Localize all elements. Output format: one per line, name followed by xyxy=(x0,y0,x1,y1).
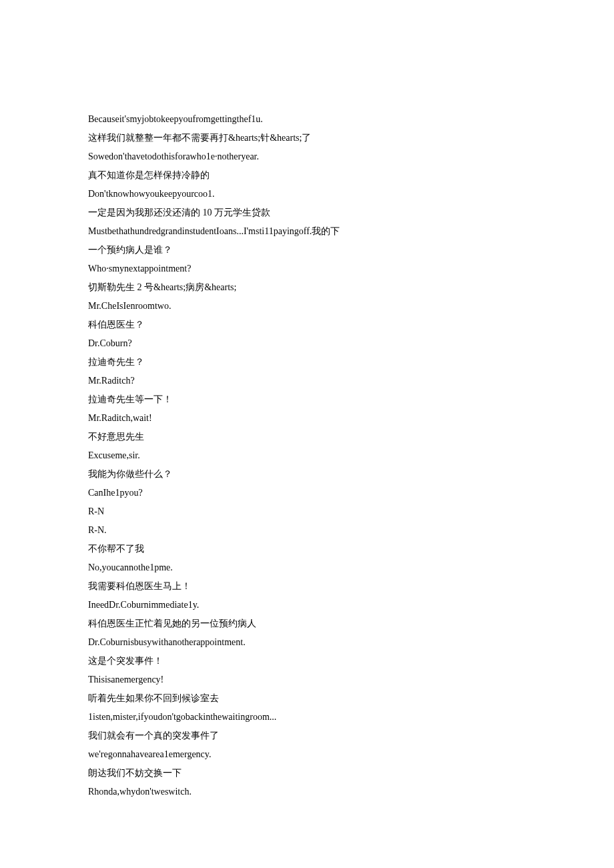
text-line: 不你帮不了我 xyxy=(88,540,614,558)
text-line: 朗达我们不妨交换一下 xyxy=(88,764,614,783)
text-line: Dr.Coburnisbusywithanotherappointment. xyxy=(88,633,614,652)
text-line: Mr.Raditch,wait! xyxy=(88,409,614,428)
text-line: 拉迪奇先生等一下！ xyxy=(88,390,614,409)
text-line: 一个预约病人是谁？ xyxy=(88,241,614,260)
text-line: Mr.Raditch? xyxy=(88,372,614,390)
text-line: we'regonnahaveareа1emergency. xyxy=(88,745,614,764)
text-line: Thisisanemergency! xyxy=(88,671,614,689)
text-line: 真不知道你是怎样保持冷静的 xyxy=(88,166,614,185)
text-line: No,youcannothe1pme. xyxy=(88,558,614,577)
text-line: 这是个突发事件！ xyxy=(88,652,614,671)
text-line: 拉迪奇先生？ xyxy=(88,353,614,372)
text-line: 听着先生如果你不回到候诊室去 xyxy=(88,689,614,708)
text-line: 科伯恩医生？ xyxy=(88,316,614,334)
text-line: 这样我们就整整一年都不需要再打&hearts;针&hearts;了 xyxy=(88,129,614,147)
text-line: Excuseme,sir. xyxy=(88,446,614,465)
text-line: 不好意思先生 xyxy=(88,428,614,446)
text-line: IneedDr.Coburnimmediate1y. xyxy=(88,596,614,614)
text-line: 我需要科伯恩医生马上！ xyxy=(88,577,614,596)
text-line: Sowedon'thavetodothisforawho1e·notheryea… xyxy=(88,147,614,166)
text-line: 我们就会有一个真的突发事件了 xyxy=(88,727,614,745)
text-line: R-N xyxy=(88,502,614,521)
text-line: MustbethathundredgrandinstudentIoans...I… xyxy=(88,222,614,241)
text-line: 我能为你做些什么？ xyxy=(88,465,614,484)
text-line: Who·smynextappointment? xyxy=(88,260,614,278)
text-line: Rhonda,whydon'tweswitch. xyxy=(88,783,614,801)
text-line: 科伯恩医生正忙着见她的另一位预约病人 xyxy=(88,614,614,633)
text-line: Dr.Coburn? xyxy=(88,334,614,353)
text-line: Don'tknowhowyoukeepyourcoo1. xyxy=(88,185,614,203)
text-line: 一定是因为我那还没还清的 10 万元学生贷款 xyxy=(88,203,614,222)
text-line: R-N. xyxy=(88,521,614,540)
text-line: 1isten,mister,ifyoudon'tgobackinthewaiti… xyxy=(88,708,614,727)
text-line: 切斯勒先生 2 号&hearts;病房&hearts; xyxy=(88,278,614,297)
text-line: Becauseit'smyjobtokeepyoufromgettingthef… xyxy=(88,110,614,129)
text-line: CanIhe1pyou? xyxy=(88,484,614,502)
document-content: Becauseit'smyjobtokeepyoufromgettingthef… xyxy=(88,110,614,801)
text-line: Mr.CheIsIenroomtwo. xyxy=(88,297,614,316)
